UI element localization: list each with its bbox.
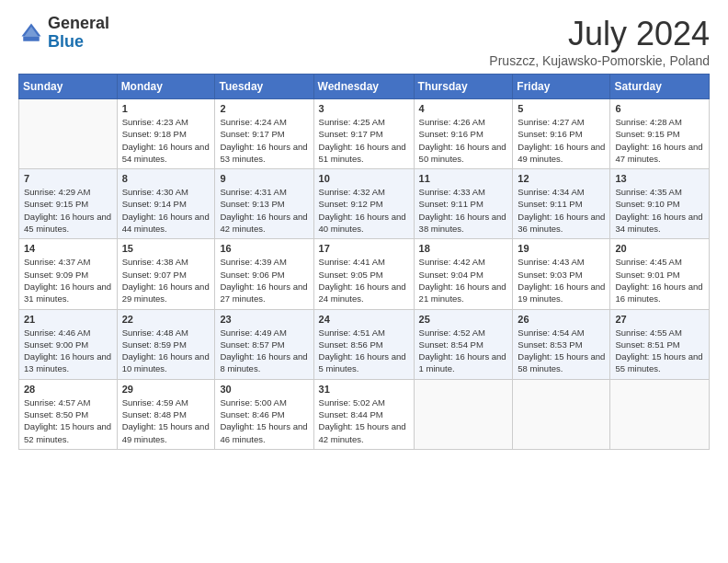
day-number: 19 [518, 243, 605, 254]
day-number: 24 [319, 314, 409, 325]
day-cell: 20Sunrise: 4:45 AM Sunset: 9:01 PM Dayli… [610, 239, 710, 309]
day-number: 1 [122, 103, 210, 114]
day-info: Sunrise: 4:29 AM Sunset: 9:15 PM Dayligh… [24, 186, 112, 235]
day-info: Sunrise: 4:30 AM Sunset: 9:14 PM Dayligh… [122, 186, 210, 235]
title-area: July 2024 Pruszcz, Kujawsko-Pomorskie, P… [489, 15, 710, 68]
day-cell: 15Sunrise: 4:38 AM Sunset: 9:07 PM Dayli… [117, 239, 215, 309]
day-info: Sunrise: 4:31 AM Sunset: 9:13 PM Dayligh… [220, 186, 308, 235]
calendar-table: SundayMondayTuesdayWednesdayThursdayFrid… [18, 74, 710, 450]
day-cell [414, 379, 513, 449]
logo-icon [18, 20, 44, 46]
day-cell: 16Sunrise: 4:39 AM Sunset: 9:06 PM Dayli… [215, 239, 313, 309]
day-info: Sunrise: 4:34 AM Sunset: 9:11 PM Dayligh… [518, 186, 605, 235]
week-row-1: 1Sunrise: 4:23 AM Sunset: 9:18 PM Daylig… [19, 99, 710, 169]
col-header-sunday: Sunday [19, 75, 118, 99]
day-cell: 7Sunrise: 4:29 AM Sunset: 9:15 PM Daylig… [19, 169, 118, 239]
day-cell: 21Sunrise: 4:46 AM Sunset: 9:00 PM Dayli… [19, 309, 118, 379]
col-header-wednesday: Wednesday [313, 75, 414, 99]
day-info: Sunrise: 4:52 AM Sunset: 8:54 PM Dayligh… [419, 327, 508, 375]
day-info: Sunrise: 4:27 AM Sunset: 9:16 PM Dayligh… [518, 116, 605, 165]
day-number: 7 [24, 173, 112, 184]
day-cell: 27Sunrise: 4:55 AM Sunset: 8:51 PM Dayli… [610, 309, 710, 379]
day-cell: 22Sunrise: 4:48 AM Sunset: 8:59 PM Dayli… [117, 309, 215, 379]
logo: General Blue [18, 15, 109, 52]
day-info: Sunrise: 4:41 AM Sunset: 9:05 PM Dayligh… [319, 256, 409, 304]
day-cell [610, 379, 710, 449]
day-cell: 3Sunrise: 4:25 AM Sunset: 9:17 PM Daylig… [313, 99, 414, 169]
day-number: 8 [122, 173, 210, 184]
day-cell: 8Sunrise: 4:30 AM Sunset: 9:14 PM Daylig… [117, 169, 215, 239]
day-info: Sunrise: 4:48 AM Sunset: 8:59 PM Dayligh… [122, 327, 210, 375]
day-cell: 29Sunrise: 4:59 AM Sunset: 8:48 PM Dayli… [117, 379, 215, 449]
day-info: Sunrise: 4:25 AM Sunset: 9:17 PM Dayligh… [319, 116, 409, 165]
day-cell: 6Sunrise: 4:28 AM Sunset: 9:15 PM Daylig… [610, 99, 710, 169]
month-title: July 2024 [489, 15, 710, 53]
day-cell: 12Sunrise: 4:34 AM Sunset: 9:11 PM Dayli… [513, 169, 610, 239]
header: General Blue July 2024 Pruszcz, Kujawsko… [18, 15, 710, 68]
day-cell: 24Sunrise: 4:51 AM Sunset: 8:56 PM Dayli… [313, 309, 414, 379]
day-number: 30 [220, 384, 308, 395]
day-info: Sunrise: 4:39 AM Sunset: 9:06 PM Dayligh… [220, 256, 308, 304]
day-info: Sunrise: 4:54 AM Sunset: 8:53 PM Dayligh… [518, 327, 605, 375]
week-row-4: 21Sunrise: 4:46 AM Sunset: 9:00 PM Dayli… [19, 309, 710, 379]
header-row: SundayMondayTuesdayWednesdayThursdayFrid… [19, 75, 710, 99]
day-cell: 10Sunrise: 4:32 AM Sunset: 9:12 PM Dayli… [313, 169, 414, 239]
day-info: Sunrise: 4:46 AM Sunset: 9:00 PM Dayligh… [24, 327, 112, 375]
day-info: Sunrise: 5:00 AM Sunset: 8:46 PM Dayligh… [220, 396, 308, 445]
day-info: Sunrise: 4:38 AM Sunset: 9:07 PM Dayligh… [122, 256, 210, 304]
location: Pruszcz, Kujawsko-Pomorskie, Poland [489, 53, 710, 68]
day-cell: 30Sunrise: 5:00 AM Sunset: 8:46 PM Dayli… [215, 379, 313, 449]
day-cell: 26Sunrise: 4:54 AM Sunset: 8:53 PM Dayli… [513, 309, 610, 379]
day-info: Sunrise: 4:45 AM Sunset: 9:01 PM Dayligh… [615, 256, 704, 304]
col-header-saturday: Saturday [610, 75, 710, 99]
day-info: Sunrise: 4:59 AM Sunset: 8:48 PM Dayligh… [122, 396, 210, 445]
day-number: 22 [122, 314, 210, 325]
day-number: 31 [319, 384, 409, 395]
day-cell: 11Sunrise: 4:33 AM Sunset: 9:11 PM Dayli… [414, 169, 513, 239]
day-cell: 1Sunrise: 4:23 AM Sunset: 9:18 PM Daylig… [117, 99, 215, 169]
day-info: Sunrise: 4:28 AM Sunset: 9:15 PM Dayligh… [615, 116, 704, 165]
week-row-2: 7Sunrise: 4:29 AM Sunset: 9:15 PM Daylig… [19, 169, 710, 239]
svg-rect-2 [23, 36, 40, 40]
day-cell [19, 99, 118, 169]
day-cell: 14Sunrise: 4:37 AM Sunset: 9:09 PM Dayli… [19, 239, 118, 309]
day-number: 14 [24, 243, 112, 254]
day-info: Sunrise: 4:42 AM Sunset: 9:04 PM Dayligh… [419, 256, 508, 304]
col-header-monday: Monday [117, 75, 215, 99]
day-info: Sunrise: 4:24 AM Sunset: 9:17 PM Dayligh… [220, 116, 308, 165]
day-number: 2 [220, 103, 308, 114]
day-info: Sunrise: 4:23 AM Sunset: 9:18 PM Dayligh… [122, 116, 210, 165]
day-cell: 25Sunrise: 4:52 AM Sunset: 8:54 PM Dayli… [414, 309, 513, 379]
day-cell [513, 379, 610, 449]
day-cell: 23Sunrise: 4:49 AM Sunset: 8:57 PM Dayli… [215, 309, 313, 379]
day-cell: 4Sunrise: 4:26 AM Sunset: 9:16 PM Daylig… [414, 99, 513, 169]
day-number: 5 [518, 103, 605, 114]
day-number: 26 [518, 314, 605, 325]
col-header-thursday: Thursday [414, 75, 513, 99]
day-info: Sunrise: 4:26 AM Sunset: 9:16 PM Dayligh… [419, 116, 508, 165]
day-number: 28 [24, 384, 112, 395]
day-number: 13 [615, 173, 704, 184]
day-cell: 31Sunrise: 5:02 AM Sunset: 8:44 PM Dayli… [313, 379, 414, 449]
day-number: 4 [419, 103, 508, 114]
day-info: Sunrise: 4:37 AM Sunset: 9:09 PM Dayligh… [24, 256, 112, 304]
day-info: Sunrise: 4:43 AM Sunset: 9:03 PM Dayligh… [518, 256, 605, 304]
day-number: 16 [220, 243, 308, 254]
day-cell: 9Sunrise: 4:31 AM Sunset: 9:13 PM Daylig… [215, 169, 313, 239]
day-info: Sunrise: 4:32 AM Sunset: 9:12 PM Dayligh… [319, 186, 409, 235]
day-number: 25 [419, 314, 508, 325]
day-info: Sunrise: 4:51 AM Sunset: 8:56 PM Dayligh… [319, 327, 409, 375]
day-number: 11 [419, 173, 508, 184]
day-number: 10 [319, 173, 409, 184]
col-header-friday: Friday [513, 75, 610, 99]
day-info: Sunrise: 4:35 AM Sunset: 9:10 PM Dayligh… [615, 186, 704, 235]
day-cell: 5Sunrise: 4:27 AM Sunset: 9:16 PM Daylig… [513, 99, 610, 169]
week-row-5: 28Sunrise: 4:57 AM Sunset: 8:50 PM Dayli… [19, 379, 710, 449]
week-row-3: 14Sunrise: 4:37 AM Sunset: 9:09 PM Dayli… [19, 239, 710, 309]
day-number: 29 [122, 384, 210, 395]
day-number: 9 [220, 173, 308, 184]
col-header-tuesday: Tuesday [215, 75, 313, 99]
day-info: Sunrise: 5:02 AM Sunset: 8:44 PM Dayligh… [319, 396, 409, 445]
day-number: 18 [419, 243, 508, 254]
day-number: 6 [615, 103, 704, 114]
